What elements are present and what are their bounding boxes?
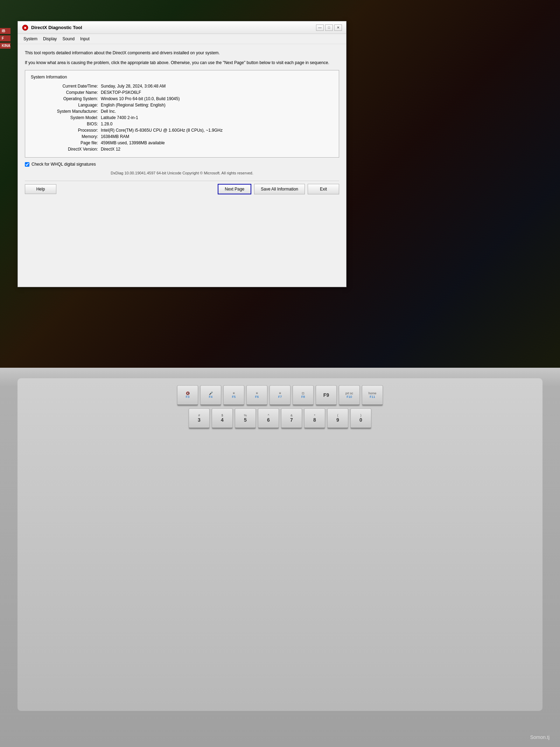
key-7-top: & (290, 414, 293, 417)
menu-display[interactable]: Display (40, 35, 59, 42)
key-f6-top: ☀ (255, 392, 258, 395)
key-6-top: ^ (268, 414, 269, 417)
key-8-main: 8 (313, 417, 316, 423)
window-title: DirectX Diagnostic Tool (31, 25, 82, 30)
whql-checkbox[interactable] (25, 162, 29, 167)
value-lang: English (Regional Setting: English) (101, 103, 166, 108)
keyboard-row-fn: 🔇 F3 🎤 F4 ☀ F5 ☀ F6 ☀ F7 ⊡ F8 (24, 385, 536, 406)
key-9[interactable]: ( 9 (327, 408, 348, 429)
title-bar: ✖ DirectX Diagnostic Tool — □ ✕ (18, 21, 346, 34)
key-f9[interactable]: F9 (316, 385, 337, 406)
exit-button[interactable]: Exit (308, 184, 339, 194)
key-0-main: 0 (359, 417, 362, 423)
label-mfr: System Manufacturer: (31, 109, 101, 114)
info-row-mem: Memory: 16384MB RAM (31, 134, 333, 139)
save-all-button[interactable]: Save All Information (254, 184, 305, 194)
svg-text:✖: ✖ (24, 26, 27, 30)
key-5[interactable]: % 5 (235, 408, 256, 429)
key-8-top: * (314, 414, 315, 417)
key-5-main: 5 (244, 417, 247, 423)
key-f4[interactable]: 🎤 F4 (200, 385, 221, 406)
key-f3-top: 🔇 (186, 392, 190, 395)
key-7[interactable]: & 7 (281, 408, 302, 429)
value-date: Sunday, July 28, 2024, 3:06:48 AM (101, 84, 166, 89)
info-row-page: Page file: 4596MB used, 13998MB availabl… (31, 140, 333, 145)
title-bar-left: ✖ DirectX Diagnostic Tool (22, 25, 82, 31)
key-5-top: % (244, 414, 247, 417)
value-mem: 16384MB RAM (101, 134, 129, 139)
button-row: Help Next Page Save All Information Exit (25, 181, 339, 194)
key-6[interactable]: ^ 6 (258, 408, 279, 429)
menu-input[interactable]: Input (77, 35, 92, 42)
key-0-top: ) (360, 414, 362, 417)
info-row-os: Operating System: Windows 10 Pro 64-bit … (31, 96, 333, 101)
key-f10-label: F10 (346, 395, 352, 399)
left-sidebar: IB F KINA (0, 28, 10, 50)
key-f5-top: ☀ (232, 392, 235, 395)
keyboard-area: 🔇 F3 🎤 F4 ☀ F5 ☀ F6 ☀ F7 ⊡ F8 (18, 378, 542, 711)
value-page: 4596MB used, 13998MB available (101, 140, 165, 145)
value-bios: 1.28.0 (101, 122, 112, 126)
key-f10[interactable]: prt sc F10 (339, 385, 360, 406)
key-f5[interactable]: ☀ F5 (223, 385, 244, 406)
menu-bar: System Display Sound Input (18, 34, 346, 44)
dialog-content: This tool reports detailed information a… (18, 44, 346, 200)
info-row-mfr: System Manufacturer: Dell Inc. (31, 109, 333, 114)
key-f11[interactable]: home F11 (362, 385, 383, 406)
key-8[interactable]: * 8 (304, 408, 325, 429)
whql-checkbox-row: Check for WHQL digital signatures (25, 162, 339, 167)
key-3-main: 3 (198, 417, 201, 423)
value-dx: DirectX 12 (101, 147, 120, 152)
value-mfr: Dell Inc. (101, 109, 116, 114)
key-4[interactable]: $ 4 (212, 408, 233, 429)
whql-label: Check for WHQL digital signatures (31, 162, 96, 167)
label-os: Operating System: (31, 96, 101, 101)
info-table: Current Date/Time: Sunday, July 28, 2024… (31, 84, 333, 152)
title-bar-controls: — □ ✕ (316, 25, 342, 31)
key-3-top: # (198, 414, 200, 417)
section-title: System Information (31, 75, 333, 79)
key-4-top: $ (221, 414, 223, 417)
key-f11-top: home (369, 392, 377, 395)
directx-icon: ✖ (22, 25, 28, 31)
help-button[interactable]: Help (25, 184, 56, 194)
key-f7-label: F7 (278, 395, 282, 399)
info-row-lang: Language: English (Regional Setting: Eng… (31, 103, 333, 108)
key-f7[interactable]: ☀ F7 (270, 385, 290, 406)
label-mem: Memory: (31, 134, 101, 139)
key-f8-top: ⊡ (302, 392, 304, 395)
directx-dialog: ✖ DirectX Diagnostic Tool — □ ✕ System D… (18, 21, 346, 287)
label-proc: Processor: (31, 128, 101, 133)
label-lang: Language: (31, 103, 101, 108)
key-f3[interactable]: 🔇 F3 (177, 385, 198, 406)
key-4-main: 4 (221, 417, 224, 423)
info-row-model: System Model: Latitude 7400 2-in-1 (31, 115, 333, 120)
menu-system[interactable]: System (21, 35, 40, 42)
info-row-proc: Processor: Intel(R) Core(TM) i5-8365U CP… (31, 128, 333, 133)
key-0[interactable]: ) 0 (350, 408, 371, 429)
label-date: Current Date/Time: (31, 84, 101, 89)
maximize-button[interactable]: □ (325, 25, 333, 31)
key-f6[interactable]: ☀ F6 (246, 385, 267, 406)
label-bios: BIOS: (31, 122, 101, 126)
key-6-main: 6 (267, 417, 270, 423)
key-f9-label: F9 (323, 392, 329, 398)
value-model: Latitude 7400 2-in-1 (101, 115, 138, 120)
copyright-text: DxDiag 10.00.19041.4597 64-bit Unicode C… (25, 171, 339, 175)
key-7-main: 7 (290, 417, 293, 423)
left-label-f: F (0, 35, 10, 41)
info-row-computer: Computer Name: DESKTOP-PSKO6LF (31, 90, 333, 95)
close-button[interactable]: ✕ (334, 25, 342, 31)
left-label-kina: KINA (0, 43, 10, 49)
key-3[interactable]: # 3 (189, 408, 210, 429)
key-f6-label: F6 (255, 395, 259, 399)
next-page-button[interactable]: Next Page (218, 184, 251, 194)
intro-text-1: This tool reports detailed information a… (25, 50, 339, 56)
key-f8[interactable]: ⊡ F8 (293, 385, 314, 406)
minimize-button[interactable]: — (316, 25, 324, 31)
menu-sound[interactable]: Sound (59, 35, 77, 42)
laptop-body: 🔇 F3 🎤 F4 ☀ F5 ☀ F6 ☀ F7 ⊡ F8 (0, 368, 560, 747)
label-dx: DirectX Version: (31, 147, 101, 152)
key-f7-top: ☀ (279, 392, 281, 395)
key-f10-top: prt sc (345, 392, 353, 395)
